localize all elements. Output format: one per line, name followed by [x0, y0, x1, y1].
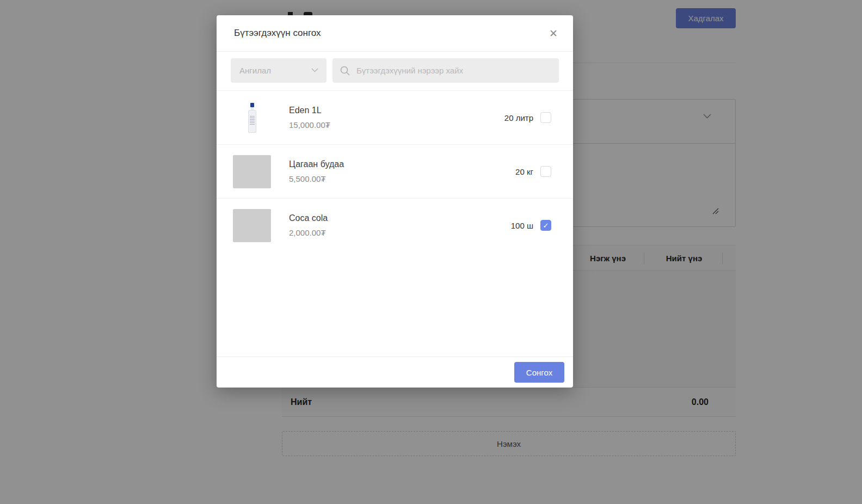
- search-input[interactable]: [333, 58, 559, 83]
- product-list: Eden 1L 15,000.00₮ 20 литр ✓ Цагаан буда…: [217, 90, 573, 252]
- modal-footer: Сонгох: [217, 357, 573, 388]
- chevron-down-icon: [311, 68, 318, 72]
- modal-title: Бүтээгдэхүүн сонгох: [234, 28, 321, 39]
- product-quantity: 20 кг: [515, 167, 533, 176]
- product-image-placeholder: [233, 155, 271, 188]
- filter-row: Ангилал: [217, 52, 573, 83]
- product-image-placeholder: [233, 209, 271, 242]
- product-checkbox[interactable]: ✓: [540, 220, 551, 231]
- product-checkbox[interactable]: ✓: [540, 112, 551, 123]
- bottle-illustration: [248, 103, 256, 133]
- product-row[interactable]: Coca cola 2,000.00₮ 100 ш ✓: [217, 198, 573, 252]
- modal-header: Бүтээгдэхүүн сонгох ✕: [217, 15, 573, 52]
- search-box: [333, 58, 559, 83]
- product-name: Eden 1L: [289, 106, 330, 115]
- product-image-bottle: [233, 101, 271, 134]
- check-icon: ✓: [543, 222, 549, 229]
- product-price: 5,500.00₮: [289, 174, 344, 183]
- product-quantity: 20 литр: [504, 113, 533, 122]
- product-quantity: 100 ш: [511, 221, 533, 230]
- close-icon[interactable]: ✕: [547, 27, 560, 40]
- category-select[interactable]: Ангилал: [231, 58, 327, 83]
- product-row[interactable]: Цагаан будаа 5,500.00₮ 20 кг ✓: [217, 144, 573, 198]
- product-price: 2,000.00₮: [289, 228, 328, 237]
- product-row[interactable]: Eden 1L 15,000.00₮ 20 литр ✓: [217, 90, 573, 144]
- screen: Хадгалах Нэгж үнэ Нийт үнэ Нийт 0.00: [0, 0, 862, 504]
- product-name: Цагаан будаа: [289, 159, 344, 169]
- product-price: 15,000.00₮: [289, 120, 330, 130]
- product-select-modal: Бүтээгдэхүүн сонгох ✕ Ангилал: [217, 15, 573, 388]
- product-name: Coca cola: [289, 213, 328, 223]
- category-select-value: Ангилал: [239, 66, 271, 75]
- select-button[interactable]: Сонгох: [514, 362, 564, 383]
- search-icon: [340, 65, 350, 76]
- product-checkbox[interactable]: ✓: [540, 166, 551, 177]
